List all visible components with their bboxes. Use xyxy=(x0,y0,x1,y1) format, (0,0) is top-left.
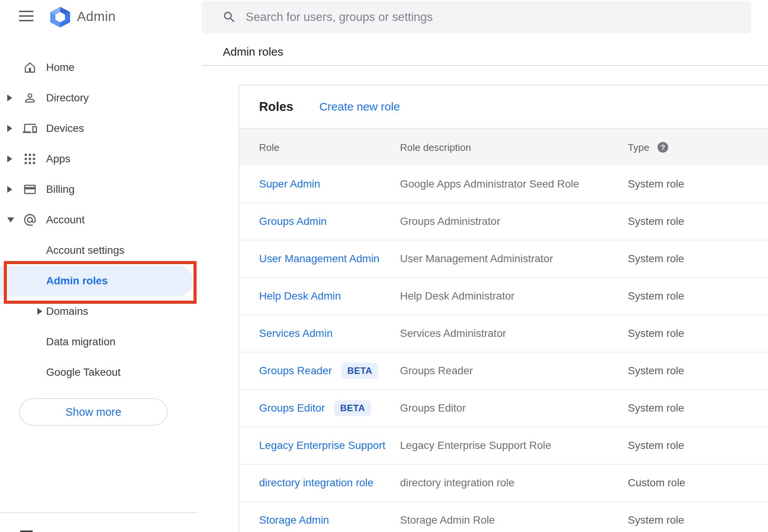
role-type-cell: System role xyxy=(628,253,684,265)
create-new-role-link[interactable]: Create new role xyxy=(319,100,400,113)
roles-table-body: Super AdminGoogle Apps Administrator See… xyxy=(239,166,768,532)
sidebar-item-label: Data migration xyxy=(46,336,115,348)
role-cell: User Management Admin xyxy=(259,253,379,265)
role-cell: Help Desk Admin xyxy=(259,290,341,302)
role-description-cell: Groups Editor xyxy=(400,402,466,414)
menu-hamburger-icon[interactable] xyxy=(19,11,34,21)
role-type-cell: System role xyxy=(628,327,684,340)
table-row: Super AdminGoogle Apps Administrator See… xyxy=(239,166,768,203)
home-icon xyxy=(23,61,37,75)
sidebar-item-label: Admin roles xyxy=(46,275,108,287)
chevron-right-icon[interactable] xyxy=(7,125,12,132)
table-row: directory integration roledirectory inte… xyxy=(239,465,768,502)
role-link[interactable]: Groups Admin xyxy=(259,215,326,228)
chevron-right-icon[interactable] xyxy=(37,308,42,315)
table-row: Services AdminServices AdministratorSyst… xyxy=(239,315,768,353)
chevron-right-icon[interactable] xyxy=(7,186,12,193)
role-type-cell: System role xyxy=(628,178,684,190)
role-description-cell: User Management Administrator xyxy=(400,253,553,265)
role-cell: Super Admin xyxy=(259,178,320,190)
role-link[interactable]: Groups Reader xyxy=(259,365,332,377)
role-cell: Legacy Enterprise Support xyxy=(259,439,386,452)
sidebar-item-label: Google Takeout xyxy=(46,366,121,378)
devices-icon xyxy=(23,122,37,136)
sidebar-item-account[interactable]: Account xyxy=(0,205,202,235)
role-cell: directory integration role xyxy=(259,477,373,489)
role-description-cell: Storage Admin Role xyxy=(400,514,495,526)
sidebar-item-directory[interactable]: Directory xyxy=(0,83,202,113)
role-type-cell: System role xyxy=(628,365,684,377)
sidebar-item-account-settings[interactable]: Account settings xyxy=(0,235,202,266)
role-description-cell: Services Administrator xyxy=(400,327,506,340)
role-link[interactable]: Services Admin xyxy=(259,327,333,340)
role-type-cell: System role xyxy=(628,514,684,526)
role-link[interactable]: Storage Admin xyxy=(259,514,329,526)
roles-title: Roles xyxy=(259,99,293,114)
sidebar-item-domains[interactable]: Domains xyxy=(0,296,202,327)
sidebar-item-admin-roles[interactable]: Admin roles xyxy=(0,266,193,296)
table-row: Groups EditorBETAGroups EditorSystem rol… xyxy=(239,390,768,427)
admin-logo-icon xyxy=(49,7,72,27)
app-title: Admin xyxy=(77,9,116,24)
role-cell: Groups ReaderBETA xyxy=(259,363,378,379)
beta-badge: BETA xyxy=(334,400,371,416)
role-link[interactable]: Legacy Enterprise Support xyxy=(259,439,386,452)
role-type-cell: System role xyxy=(628,290,684,302)
beta-badge: BETA xyxy=(341,363,378,379)
table-row: User Management AdminUser Management Adm… xyxy=(239,240,768,278)
column-header-description: Role description xyxy=(400,141,471,153)
role-link[interactable]: User Management Admin xyxy=(259,253,379,265)
role-description-cell: Groups Administrator xyxy=(400,215,500,228)
sidebar-item-label: Devices xyxy=(46,122,84,135)
partial-sidebar-icon xyxy=(20,530,33,532)
credit-card-icon xyxy=(23,183,37,197)
table-row: Groups AdminGroups AdministratorSystem r… xyxy=(239,203,768,240)
role-link[interactable]: Super Admin xyxy=(259,178,320,190)
role-description-cell: Groups Reader xyxy=(400,365,473,377)
table-row: Help Desk AdminHelp Desk AdministratorSy… xyxy=(239,278,768,315)
sidebar-item-apps[interactable]: Apps xyxy=(0,144,202,174)
role-description-cell: Help Desk Administrator xyxy=(400,290,514,302)
sidebar-item-label: Apps xyxy=(46,153,70,165)
sidebar-item-label: Account settings xyxy=(46,244,124,256)
table-header-row: Role Role description Type ? xyxy=(239,128,768,166)
role-link[interactable]: Help Desk Admin xyxy=(259,290,341,302)
role-cell: Services Admin xyxy=(259,327,333,340)
breadcrumb: Admin roles xyxy=(223,45,283,58)
column-header-role: Role xyxy=(259,141,279,153)
search-icon xyxy=(222,10,237,24)
show-more-button[interactable]: Show more xyxy=(19,398,168,426)
table-row: Legacy Enterprise SupportLegacy Enterpri… xyxy=(239,427,768,465)
help-icon[interactable]: ? xyxy=(658,142,668,153)
sidebar-item-home[interactable]: Home xyxy=(0,52,202,83)
role-type-cell: System role xyxy=(628,402,684,414)
sidebar-item-label: Billing xyxy=(46,183,75,195)
sidebar-item-google-takeout[interactable]: Google Takeout xyxy=(0,357,202,388)
chevron-right-icon[interactable] xyxy=(7,95,12,101)
role-description-cell: Google Apps Administrator Seed Role xyxy=(400,178,579,190)
sidebar-item-data-migration[interactable]: Data migration xyxy=(0,327,202,357)
role-cell: Storage Admin xyxy=(259,514,329,526)
chevron-right-icon[interactable] xyxy=(7,155,12,162)
role-link[interactable]: directory integration role xyxy=(259,477,373,489)
sidebar-item-label: Account xyxy=(46,214,85,226)
sidebar-item-billing[interactable]: Billing xyxy=(0,174,202,205)
role-type-cell: Custom role xyxy=(628,477,685,489)
roles-card: Roles Create new role Role Role descript… xyxy=(238,85,768,532)
apps-icon xyxy=(23,152,37,166)
role-description-cell: directory integration role xyxy=(400,477,514,489)
table-row: Storage AdminStorage Admin RoleSystem ro… xyxy=(239,502,768,532)
sidebar-bottom-divider xyxy=(0,512,198,513)
role-link[interactable]: Groups Editor xyxy=(259,402,325,414)
chevron-down-icon[interactable] xyxy=(7,218,14,223)
search-input[interactable]: Search for users, groups or settings xyxy=(202,1,751,34)
sidebar-item-label: Directory xyxy=(46,92,89,104)
show-more-label: Show more xyxy=(66,406,122,418)
sidebar: HomeDirectoryDevicesAppsBillingAccountAc… xyxy=(0,52,202,388)
role-type-cell: System role xyxy=(628,439,684,452)
at-email-icon xyxy=(23,213,37,227)
sidebar-item-devices[interactable]: Devices xyxy=(0,113,202,144)
person-icon xyxy=(23,91,37,105)
role-cell: Groups EditorBETA xyxy=(259,400,371,416)
role-description-cell: Legacy Enterprise Support Role xyxy=(400,439,551,452)
